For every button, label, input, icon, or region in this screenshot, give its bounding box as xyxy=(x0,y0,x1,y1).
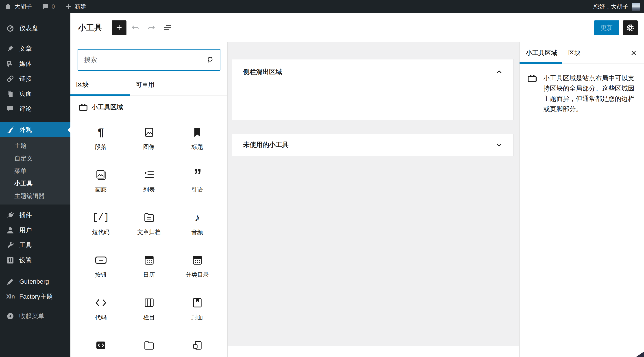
redo-button[interactable] xyxy=(144,20,159,35)
block-button[interactable]: 按钮 xyxy=(77,240,125,282)
sidebar-item-gutenberg[interactable]: Gutenberg xyxy=(0,274,70,289)
block-paragraph[interactable]: ¶ 段落 xyxy=(77,112,125,155)
block-gallery[interactable]: 画廊 xyxy=(77,155,125,197)
avatar[interactable] xyxy=(632,3,640,11)
chevron-down-icon xyxy=(496,142,502,147)
block-embed[interactable] xyxy=(173,325,221,357)
undo-icon xyxy=(131,24,140,32)
comment-icon xyxy=(42,3,49,10)
block-code[interactable]: 代码 xyxy=(77,282,125,325)
update-button[interactable]: 更新 xyxy=(594,20,619,35)
columns-icon xyxy=(144,298,154,307)
block-cover[interactable]: 封面 xyxy=(173,282,221,325)
sidebar-item-media[interactable]: 媒体 xyxy=(0,56,70,71)
tab-blocks[interactable]: 区块 xyxy=(70,74,130,96)
comments-shortcut[interactable]: 0 xyxy=(42,3,55,10)
close-settings-button[interactable] xyxy=(628,47,640,59)
block-custom-html[interactable] xyxy=(77,325,125,357)
sidebar-item-links[interactable]: 链接 xyxy=(0,71,70,86)
block-list[interactable]: 列表 xyxy=(125,155,173,197)
widget-area-title: 侧栏滑出区域 xyxy=(243,68,282,76)
pages-icon xyxy=(6,90,14,98)
admin-menu: 仪表盘 文章 媒体 链接 页面 xyxy=(0,13,70,357)
block-audio[interactable]: ♪ 音频 xyxy=(173,197,221,240)
categories-icon xyxy=(192,255,202,265)
sidebar-item-posts[interactable]: 文章 xyxy=(0,41,70,56)
blocks-grid: ¶ 段落 图像 标题 xyxy=(70,112,228,357)
tab-block[interactable]: 区块 xyxy=(562,42,604,63)
quote-icon: ” xyxy=(194,172,201,178)
collapse-menu-button[interactable]: 收起菜单 xyxy=(0,308,70,324)
submenu-item-customize[interactable]: 自定义 xyxy=(0,152,70,164)
block-image[interactable]: 图像 xyxy=(125,112,173,155)
widget-area-sidebar-slideout: 侧栏滑出区域 xyxy=(232,59,514,120)
block-heading[interactable]: 标题 xyxy=(173,112,221,155)
comment-count: 0 xyxy=(52,3,55,10)
submenu-item-widgets[interactable]: 小工具 xyxy=(0,177,70,190)
sidebar-item-settings[interactable]: 设置 xyxy=(0,253,70,268)
settings-toggle-button[interactable] xyxy=(623,20,638,35)
block-inserter-toggle-button[interactable] xyxy=(112,20,126,35)
search-box xyxy=(78,49,220,71)
widget-areas-section-header: 小工具区域 xyxy=(79,103,123,112)
block-categories[interactable]: 分类目录 xyxy=(173,240,221,282)
site-menu[interactable]: 大胡子 xyxy=(4,3,32,10)
block-quote[interactable]: ” 引语 xyxy=(173,155,221,197)
link-icon xyxy=(6,75,14,83)
appearance-submenu: 主题 自定义 菜单 小工具 主题编辑器 xyxy=(0,137,70,204)
section-title: 小工具区域 xyxy=(92,103,123,112)
block-columns[interactable]: 栏目 xyxy=(125,282,173,325)
widget-area-icon xyxy=(79,104,88,111)
window-corner-artifact xyxy=(636,352,644,357)
comment-bubble-icon xyxy=(6,105,14,113)
new-content-menu[interactable]: 新建 xyxy=(64,3,86,10)
editor-header: 小工具 更新 xyxy=(70,13,644,42)
sidebar-item-users[interactable]: 用户 xyxy=(0,223,70,238)
widget-area-title: 未使用的小工具 xyxy=(243,140,288,149)
widget-area-icon xyxy=(528,75,536,82)
tab-widget-areas[interactable]: 小工具区域 xyxy=(520,42,562,63)
image-icon xyxy=(144,127,154,137)
close-icon xyxy=(631,50,636,56)
sidebar-item-tools[interactable]: 工具 xyxy=(0,238,70,253)
code-icon xyxy=(95,299,106,307)
sidebar-item-dashboard[interactable]: 仪表盘 xyxy=(0,21,70,36)
media-icon xyxy=(6,60,14,68)
user-greeting[interactable]: 您好，大胡子 xyxy=(593,3,628,10)
submenu-item-menus[interactable]: 菜单 xyxy=(0,164,70,177)
chevron-up-icon xyxy=(496,70,502,74)
pencil-icon xyxy=(6,278,14,286)
settings-sidebar: 小工具区域 区块 小工具区域是站点布局中可以支持区块的全局部分。这些区域因主题而… xyxy=(519,42,644,357)
settings-tabs: 小工具区域 区块 xyxy=(520,42,644,64)
button-icon xyxy=(95,256,107,264)
widget-area-header[interactable]: 未使用的小工具 xyxy=(232,134,513,156)
list-view-button[interactable] xyxy=(160,20,175,35)
widget-area-inactive: 未使用的小工具 xyxy=(232,134,514,156)
page-title: 小工具 xyxy=(78,22,102,33)
sidebar-item-appearance[interactable]: 外观 xyxy=(0,122,70,137)
block-archives[interactable]: 文章归档 xyxy=(125,197,173,240)
paragraph-icon: ¶ xyxy=(98,127,104,137)
sidebar-item-comments[interactable]: 评论 xyxy=(0,101,70,116)
xin-logo-icon: Xin xyxy=(6,293,14,300)
embed-icon xyxy=(192,341,202,350)
block-file[interactable] xyxy=(125,325,173,357)
current-menu-arrow xyxy=(68,127,70,133)
block-calendar[interactable]: 日历 xyxy=(125,240,173,282)
sidebar-item-xin-factory-theme[interactable]: Xin Factory主题 xyxy=(0,289,70,304)
block-shortcode[interactable]: [/] 短代码 xyxy=(77,197,125,240)
paintbrush-icon xyxy=(6,126,14,134)
tab-reusable[interactable]: 可重用 xyxy=(130,74,189,96)
submenu-item-themes[interactable]: 主题 xyxy=(0,140,70,152)
sidebar-item-pages[interactable]: 页面 xyxy=(0,86,70,101)
audio-icon: ♪ xyxy=(195,212,200,222)
undo-button[interactable] xyxy=(128,20,142,35)
new-label: 新建 xyxy=(74,3,86,10)
submenu-item-theme-editor[interactable]: 主题编辑器 xyxy=(0,190,70,202)
search-input[interactable] xyxy=(78,56,206,64)
gear-icon xyxy=(626,24,634,32)
pushpin-icon xyxy=(6,44,14,53)
widget-area-header[interactable]: 侧栏滑出区域 xyxy=(232,60,513,84)
description-text: 小工具区域是站点布局中可以支持区块的全局部分。这些区域因主题而异，但通常都是您的… xyxy=(543,73,639,114)
sidebar-item-plugins[interactable]: 插件 xyxy=(0,208,70,223)
